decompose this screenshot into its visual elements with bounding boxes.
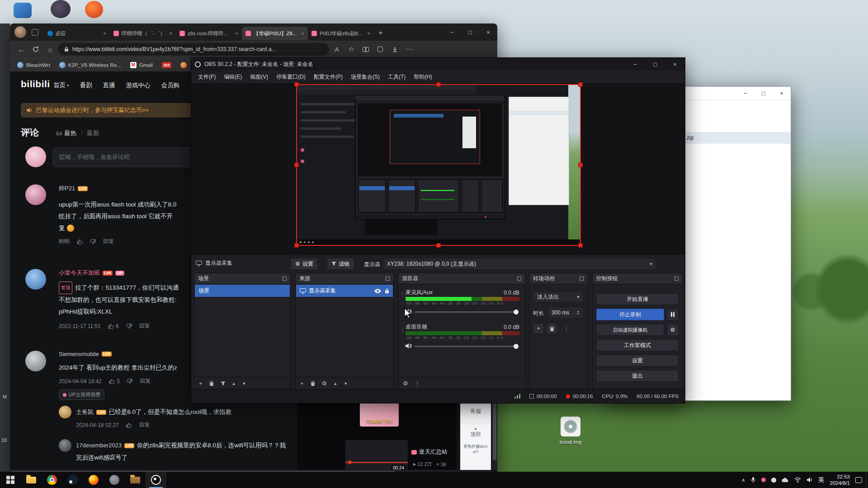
close-button[interactable]: × xyxy=(773,87,791,100)
workspaces-icon[interactable] xyxy=(32,29,38,36)
source-settings-button[interactable]: ⚙设置 xyxy=(291,258,318,270)
bili-nav-item-home[interactable]: 首页▾ xyxy=(53,81,69,89)
tab-active[interactable]: 【华硕P00J】Z8...× xyxy=(242,27,308,40)
speaker-icon[interactable] xyxy=(405,343,412,349)
split-screen-icon[interactable] xyxy=(359,42,373,56)
minimize-button[interactable]: − xyxy=(443,25,461,39)
obs-taskbar-icon[interactable] xyxy=(146,472,166,488)
tab[interactable]: z8s root-哔哩哔...× xyxy=(176,27,242,40)
input-language-indicator[interactable]: 英 xyxy=(818,476,824,484)
tab-close-icon[interactable]: × xyxy=(169,31,172,36)
thumb-up-icon[interactable] xyxy=(108,324,114,329)
avatar[interactable] xyxy=(59,439,71,452)
download-icon[interactable] xyxy=(388,42,401,56)
tray-clock[interactable]: 22:53 2024/8/1 xyxy=(830,474,850,486)
pause-recording-button[interactable] xyxy=(667,309,679,320)
bili-logo[interactable]: bilibili xyxy=(21,79,50,89)
tab-close-icon[interactable]: × xyxy=(235,31,238,36)
reply-button[interactable]: 回复 xyxy=(140,377,151,385)
tab[interactable]: 必应× xyxy=(44,27,110,40)
float-icon[interactable] xyxy=(386,277,390,281)
back-to-top-button[interactable]: ▲顶部 xyxy=(460,423,491,438)
float-icon[interactable] xyxy=(283,277,287,281)
selection-handle[interactable] xyxy=(294,163,299,167)
bili-nav-item[interactable]: 会员购 xyxy=(161,81,180,89)
move-down-button[interactable]: ▼ xyxy=(344,381,348,386)
menu-item-file[interactable]: 文件(F) xyxy=(194,73,220,81)
menu-item-tools[interactable]: 工具(T) xyxy=(384,73,410,81)
avatar[interactable] xyxy=(25,351,46,371)
selection-handle[interactable] xyxy=(436,82,441,87)
tray-dot-icon[interactable] xyxy=(761,478,766,482)
tab-strip[interactable]: 必应× 哔哩哔哩（゜-゜）..× z8s root-哔哩哔...× 【华硕P00… xyxy=(10,23,497,41)
panel-header[interactable]: 控制按钮 xyxy=(593,273,682,284)
booat-icon[interactable] xyxy=(561,417,580,436)
source-item[interactable]: 显示器采集 xyxy=(296,285,393,297)
bookmark-item[interactable]: MGmail xyxy=(130,62,153,68)
user-name[interactable]: 17desember2023 xyxy=(76,439,122,452)
tab-close-icon[interactable]: × xyxy=(301,31,304,36)
avatar[interactable] xyxy=(25,184,46,205)
new-tab-button[interactable]: + xyxy=(374,25,387,39)
read-aloud-icon[interactable]: A xyxy=(330,42,344,56)
close-button[interactable]: × xyxy=(479,25,497,39)
float-icon[interactable] xyxy=(580,277,584,281)
menu-item-edit[interactable]: 编辑(E) xyxy=(220,73,246,81)
mic-icon[interactable] xyxy=(750,477,756,483)
avatar[interactable] xyxy=(25,269,46,290)
panel-header[interactable]: 转场动画 xyxy=(529,273,587,284)
selection-handle[interactable] xyxy=(294,82,299,87)
move-down-button[interactable]: ▼ xyxy=(242,381,246,386)
maximize-button[interactable]: □ xyxy=(645,58,665,70)
kebab-icon[interactable]: ⋮ xyxy=(400,291,406,298)
volume-slider[interactable] xyxy=(415,311,518,313)
folder-icon-dark[interactable] xyxy=(125,472,146,488)
add-button[interactable]: + xyxy=(300,380,304,387)
tab[interactable]: P00J华硕z8s副8...× xyxy=(308,27,374,40)
reply-button[interactable]: 回复 xyxy=(139,421,150,429)
favorites-star-icon[interactable]: ☆ xyxy=(344,42,358,56)
menu-item-profile[interactable]: 配置文件(P) xyxy=(310,73,347,81)
recommended-title[interactable]: 逆天汇总站 xyxy=(411,448,448,456)
minimize-button[interactable]: − xyxy=(625,58,645,70)
selection-handle[interactable] xyxy=(578,163,583,167)
reply-button[interactable]: 回复 xyxy=(139,322,150,330)
back-button[interactable]: ← xyxy=(14,42,28,56)
menu-item-view[interactable]: 视图(V) xyxy=(246,73,272,81)
file-explorer-icon[interactable] xyxy=(21,472,42,488)
recommended-thumbnail[interactable]: 00:24 xyxy=(345,440,408,473)
chrome-icon[interactable] xyxy=(42,472,62,488)
kebab-icon[interactable]: ⋮ xyxy=(400,327,406,333)
tab-close-icon[interactable]: × xyxy=(103,31,106,36)
menu-item-scene-collection[interactable]: 场景集合(S) xyxy=(347,73,384,81)
start-button[interactable] xyxy=(0,472,21,488)
input-avatar[interactable] xyxy=(25,146,46,167)
start-streaming-button[interactable]: 开始直播 xyxy=(596,293,679,305)
tab-close-icon[interactable]: × xyxy=(367,31,370,36)
booat-label[interactable]: booat.img xyxy=(550,439,591,445)
kebab-icon[interactable]: ⋮ xyxy=(564,325,569,332)
obs-preview[interactable] xyxy=(191,83,685,255)
source-properties-icon[interactable]: ⚙ xyxy=(322,380,327,387)
kebab-icon[interactable]: ⋮ xyxy=(415,380,420,387)
panel-header[interactable]: 场景 xyxy=(194,273,290,284)
volume-slider[interactable] xyxy=(415,346,518,347)
panel-header[interactable]: 混音器 xyxy=(398,273,525,284)
desktop-icon-blue-app[interactable] xyxy=(14,3,32,18)
thumb-down-icon[interactable] xyxy=(127,379,132,384)
slider-knob[interactable] xyxy=(514,310,519,314)
menu-item-docks[interactable]: 停靠窗口(D) xyxy=(272,73,310,81)
selection-handle[interactable] xyxy=(294,243,299,248)
cloud-icon[interactable] xyxy=(782,478,789,483)
scene-filters-icon[interactable] xyxy=(221,381,226,386)
thumb-up-icon[interactable] xyxy=(77,239,83,244)
reply-button[interactable]: 回复 xyxy=(103,238,114,245)
transition-select[interactable]: 淡入淡出▾ xyxy=(533,291,584,303)
sort-new[interactable]: 最新 xyxy=(87,129,99,137)
settings-button[interactable]: 设置 xyxy=(596,355,679,366)
duration-spinner[interactable]: 300 ms▲▼ xyxy=(547,307,584,319)
firefox-icon[interactable] xyxy=(83,472,104,488)
url-bar[interactable]: https://www.bilibili.com/video/BV1pe4y1b… xyxy=(58,43,329,56)
thumb-up-icon[interactable] xyxy=(126,422,132,428)
desktop-icon-cat-avatar[interactable] xyxy=(51,0,71,18)
